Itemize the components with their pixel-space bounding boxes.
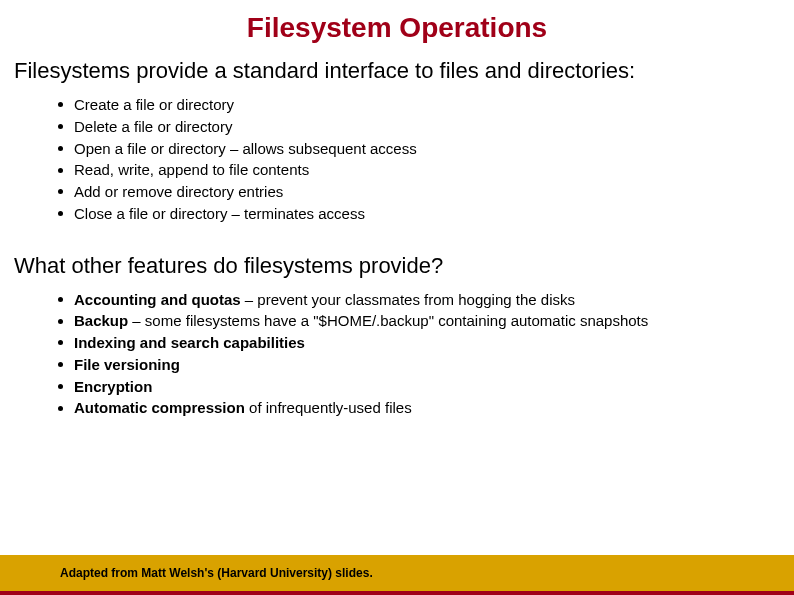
bullet-bold: Accounting and quotas	[74, 291, 241, 308]
list-item: Delete a file or directory	[74, 116, 794, 138]
list-item: Automatic compression of infrequently-us…	[74, 397, 794, 419]
footer-accent	[0, 591, 794, 595]
bullet-rest: – prevent your classmates from hogging t…	[241, 291, 575, 308]
list-item: Backup – some filesystems have a "$HOME/…	[74, 310, 794, 332]
list-item: Create a file or directory	[74, 94, 794, 116]
bullet-rest: of infrequently-used files	[245, 399, 412, 416]
list-item: Accounting and quotas – prevent your cla…	[74, 289, 794, 311]
slide-title: Filesystem Operations	[0, 0, 794, 54]
bullet-bold: File versioning	[74, 356, 180, 373]
list-item: File versioning	[74, 354, 794, 376]
bullet-list-2: Accounting and quotas – prevent your cla…	[0, 287, 794, 434]
footer-text: Adapted from Matt Welsh's (Harvard Unive…	[60, 566, 373, 580]
list-item: Encryption	[74, 376, 794, 398]
bullet-text: Delete a file or directory	[74, 118, 232, 135]
list-item: Close a file or directory – terminates a…	[74, 203, 794, 225]
intro-text-2: What other features do filesystems provi…	[0, 239, 794, 287]
bullet-text: Open a file or directory – allows subseq…	[74, 140, 417, 157]
list-item: Indexing and search capabilities	[74, 332, 794, 354]
bullet-bold: Encryption	[74, 378, 152, 395]
footer: Adapted from Matt Welsh's (Harvard Unive…	[0, 555, 794, 595]
list-item: Open a file or directory – allows subseq…	[74, 138, 794, 160]
bullet-bold: Indexing and search capabilities	[74, 334, 305, 351]
bullet-text: Create a file or directory	[74, 96, 234, 113]
intro-text-1: Filesystems provide a standard interface…	[0, 54, 794, 92]
bullet-bold: Automatic compression	[74, 399, 245, 416]
bullet-text: Add or remove directory entries	[74, 183, 283, 200]
slide: Filesystem Operations Filesystems provid…	[0, 0, 794, 595]
footer-bar: Adapted from Matt Welsh's (Harvard Unive…	[0, 555, 794, 591]
bullet-list-1: Create a file or directory Delete a file…	[0, 92, 794, 239]
bullet-text: Read, write, append to file contents	[74, 161, 309, 178]
bullet-rest: – some filesystems have a "$HOME/.backup…	[128, 312, 648, 329]
bullet-bold: Backup	[74, 312, 128, 329]
list-item: Read, write, append to file contents	[74, 159, 794, 181]
list-item: Add or remove directory entries	[74, 181, 794, 203]
bullet-text: Close a file or directory – terminates a…	[74, 205, 365, 222]
